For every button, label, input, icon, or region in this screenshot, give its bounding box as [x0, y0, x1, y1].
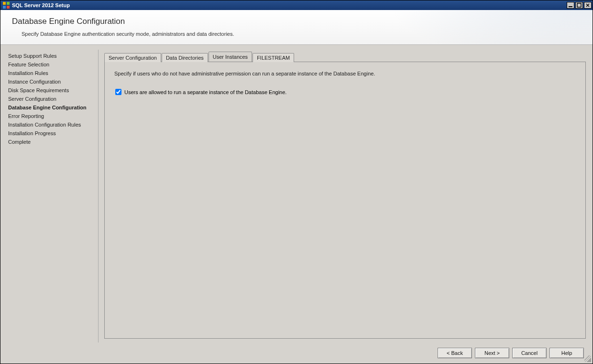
- tab-filestream[interactable]: FILESTREAM: [253, 53, 294, 62]
- body: Setup Support Rules Feature Selection In…: [0, 45, 593, 343]
- sidebar-item-installation-progress[interactable]: Installation Progress: [8, 129, 95, 138]
- sidebar-item-complete[interactable]: Complete: [8, 138, 95, 146]
- allow-user-instances-label: Users are allowed to run a separate inst…: [124, 89, 286, 95]
- sidebar-item-installation-configuration-rules[interactable]: Installation Configuration Rules: [8, 120, 95, 129]
- tab-data-directories[interactable]: Data Directories: [162, 53, 208, 62]
- next-button[interactable]: Next >: [475, 348, 509, 358]
- svg-rect-5: [577, 3, 581, 7]
- allow-user-instances-checkbox[interactable]: [115, 89, 121, 95]
- main: Server Configuration Data Directories Us…: [99, 50, 588, 343]
- window-title: SQL Server 2012 Setup: [12, 2, 566, 8]
- sidebar-item-error-reporting[interactable]: Error Reporting: [8, 112, 95, 120]
- window-controls: [566, 2, 592, 9]
- tab-strip: Server Configuration Data Directories Us…: [104, 52, 586, 62]
- panel-description: Specify if users who do not have adminis…: [114, 71, 576, 76]
- titlebar: SQL Server 2012 Setup: [0, 0, 593, 10]
- sidebar-item-disk-space-requirements[interactable]: Disk Space Requirements: [8, 86, 95, 95]
- svg-rect-4: [569, 6, 572, 7]
- help-button[interactable]: Help: [549, 348, 584, 358]
- sidebar-item-instance-configuration[interactable]: Instance Configuration: [8, 77, 95, 86]
- setup-window: SQL Server 2012 Setup Database Engine Co…: [0, 0, 593, 364]
- svg-rect-2: [3, 6, 6, 9]
- maximize-button[interactable]: [575, 2, 583, 9]
- allow-user-instances-row[interactable]: Users are allowed to run a separate inst…: [115, 89, 576, 95]
- tab-user-instances[interactable]: User Instances: [209, 52, 252, 62]
- page-subtitle: Specify Database Engine authentication s…: [22, 31, 581, 37]
- app-icon: [2, 1, 10, 9]
- sidebar-item-feature-selection[interactable]: Feature Selection: [8, 60, 95, 69]
- page-title: Database Engine Configuration: [12, 17, 581, 26]
- close-button[interactable]: [584, 2, 592, 9]
- sidebar-item-setup-support-rules[interactable]: Setup Support Rules: [8, 52, 95, 60]
- sidebar-item-installation-rules[interactable]: Installation Rules: [8, 69, 95, 77]
- resize-grip[interactable]: [584, 355, 591, 362]
- sidebar: Setup Support Rules Feature Selection In…: [5, 50, 99, 343]
- cancel-button[interactable]: Cancel: [512, 348, 547, 358]
- tab-server-configuration[interactable]: Server Configuration: [104, 53, 161, 62]
- tab-panel-user-instances: Specify if users who do not have adminis…: [104, 62, 586, 339]
- svg-rect-0: [3, 2, 6, 5]
- sidebar-item-database-engine-configuration[interactable]: Database Engine Configuration: [8, 103, 95, 112]
- back-button[interactable]: < Back: [438, 348, 472, 358]
- minimize-button[interactable]: [567, 2, 574, 9]
- svg-rect-1: [7, 2, 10, 5]
- svg-rect-3: [7, 6, 10, 9]
- header-band: Database Engine Configuration Specify Da…: [0, 10, 593, 45]
- sidebar-item-server-configuration[interactable]: Server Configuration: [8, 95, 95, 103]
- footer: < Back Next > Cancel Help: [0, 343, 593, 364]
